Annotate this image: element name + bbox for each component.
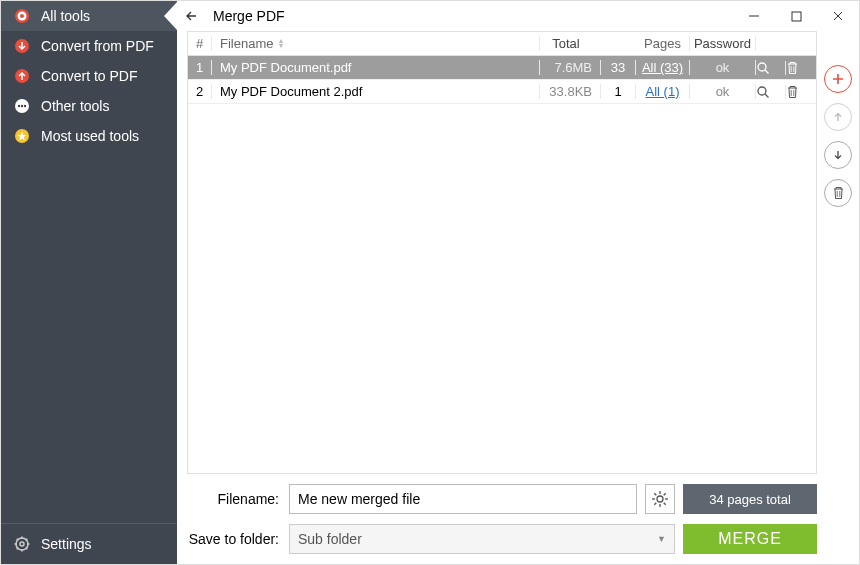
delete-button[interactable] <box>786 61 816 75</box>
sidebar-item-convert-to-pdf[interactable]: Convert to PDF <box>1 61 177 91</box>
content: # Filename ▲▼ Total Pages Password 1 <box>177 31 817 564</box>
svg-rect-21 <box>792 12 801 21</box>
settings-label: Settings <box>41 536 92 552</box>
table-row[interactable]: 1 My PDF Document.pdf 7.6MB 33 All (33) … <box>188 56 816 80</box>
preview-button[interactable] <box>756 61 786 75</box>
sidebar-item-most-used[interactable]: Most used tools <box>1 121 177 151</box>
window-controls <box>733 1 859 31</box>
sidebar-settings[interactable]: Settings <box>1 524 177 564</box>
titlebar: Merge PDF <box>177 1 859 31</box>
svg-point-2 <box>20 14 24 18</box>
save-folder-row: Save to folder: Sub folder ▼ MERGE <box>187 524 817 554</box>
close-button[interactable] <box>817 1 859 31</box>
app-window: All tools Convert from PDF Convert to PD… <box>1 1 859 564</box>
back-button[interactable] <box>177 8 207 24</box>
sidebar-item-label: All tools <box>41 8 90 24</box>
header-filename[interactable]: Filename ▲▼ <box>212 36 540 51</box>
svg-line-35 <box>654 493 656 495</box>
row-filename: My PDF Document.pdf <box>212 60 540 75</box>
svg-line-27 <box>765 94 769 98</box>
star-circle-icon <box>13 127 31 145</box>
arrow-down-circle-icon <box>13 37 31 55</box>
svg-point-8 <box>24 105 26 107</box>
svg-point-7 <box>21 105 23 107</box>
sidebar-item-label: Convert from PDF <box>41 38 154 54</box>
row-password: ok <box>690 84 756 99</box>
table-header: # Filename ▲▼ Total Pages Password <box>188 32 816 56</box>
header-total[interactable]: Total <box>540 36 600 51</box>
svg-point-30 <box>657 496 663 502</box>
minimize-button[interactable] <box>733 1 775 31</box>
delete-button[interactable] <box>786 85 816 99</box>
row-range[interactable]: All (1) <box>636 84 690 99</box>
filename-settings-button[interactable] <box>645 484 675 514</box>
save-folder-value: Sub folder <box>298 531 362 547</box>
page-title: Merge PDF <box>207 8 733 24</box>
filename-input[interactable] <box>289 484 637 514</box>
header-idx[interactable]: # <box>188 36 212 51</box>
pages-total-badge: 34 pages total <box>683 484 817 514</box>
row-password: ok <box>690 60 756 75</box>
main-panel: Merge PDF # Filename <box>177 1 859 564</box>
sidebar-item-label: Other tools <box>41 98 109 114</box>
filename-row: Filename: 34 pages total <box>187 484 817 514</box>
arrow-up-circle-icon <box>13 67 31 85</box>
file-table: # Filename ▲▼ Total Pages Password 1 <box>187 31 817 104</box>
gear-icon <box>13 535 31 553</box>
sort-icon: ▲▼ <box>277 39 284 48</box>
svg-point-26 <box>758 87 766 95</box>
sidebar-item-label: Most used tools <box>41 128 139 144</box>
row-range-link[interactable]: All (33) <box>642 60 683 75</box>
row-size: 33.8KB <box>540 84 600 99</box>
maximize-button[interactable] <box>775 1 817 31</box>
target-icon <box>13 7 31 25</box>
row-size: 7.6MB <box>540 60 600 75</box>
row-pages: 33 <box>600 60 636 75</box>
merge-button[interactable]: MERGE <box>683 524 817 554</box>
row-filename: My PDF Document 2.pdf <box>212 84 540 99</box>
content-wrap: # Filename ▲▼ Total Pages Password 1 <box>177 31 859 564</box>
header-filename-label: Filename <box>220 36 273 51</box>
row-idx: 1 <box>188 60 212 75</box>
sidebar-item-other-tools[interactable]: Other tools <box>1 91 177 121</box>
svg-line-23 <box>765 70 769 74</box>
row-range[interactable]: All (33) <box>636 60 690 75</box>
save-folder-label: Save to folder: <box>187 531 281 547</box>
sidebar-item-label: Convert to PDF <box>41 68 137 84</box>
footer: Filename: 34 pages total Save to folder:… <box>187 474 817 564</box>
filename-label: Filename: <box>187 491 281 507</box>
sidebar-footer: Settings <box>1 523 177 564</box>
svg-line-38 <box>664 493 666 495</box>
svg-point-11 <box>20 542 24 546</box>
svg-point-22 <box>758 63 766 71</box>
move-up-button[interactable] <box>824 103 852 131</box>
preview-button[interactable] <box>756 85 786 99</box>
sidebar-item-convert-from-pdf[interactable]: Convert from PDF <box>1 31 177 61</box>
header-password[interactable]: Password <box>690 36 756 51</box>
svg-line-37 <box>654 503 656 505</box>
svg-point-6 <box>18 105 20 107</box>
more-circle-icon <box>13 97 31 115</box>
add-file-button[interactable] <box>824 65 852 93</box>
move-down-button[interactable] <box>824 141 852 169</box>
row-range-link[interactable]: All (1) <box>646 84 680 99</box>
row-pages: 1 <box>600 84 636 99</box>
sidebar-items: All tools Convert from PDF Convert to PD… <box>1 1 177 523</box>
table-row[interactable]: 2 My PDF Document 2.pdf 33.8KB 1 All (1)… <box>188 80 816 104</box>
header-range[interactable]: Pages <box>636 36 690 51</box>
remove-file-button[interactable] <box>824 179 852 207</box>
sidebar: All tools Convert from PDF Convert to PD… <box>1 1 177 564</box>
row-idx: 2 <box>188 84 212 99</box>
save-folder-select[interactable]: Sub folder ▼ <box>289 524 675 554</box>
side-actions <box>817 31 859 564</box>
svg-line-36 <box>664 503 666 505</box>
table-empty-area <box>187 104 817 474</box>
sidebar-item-all-tools[interactable]: All tools <box>1 1 177 31</box>
chevron-down-icon: ▼ <box>657 534 666 544</box>
